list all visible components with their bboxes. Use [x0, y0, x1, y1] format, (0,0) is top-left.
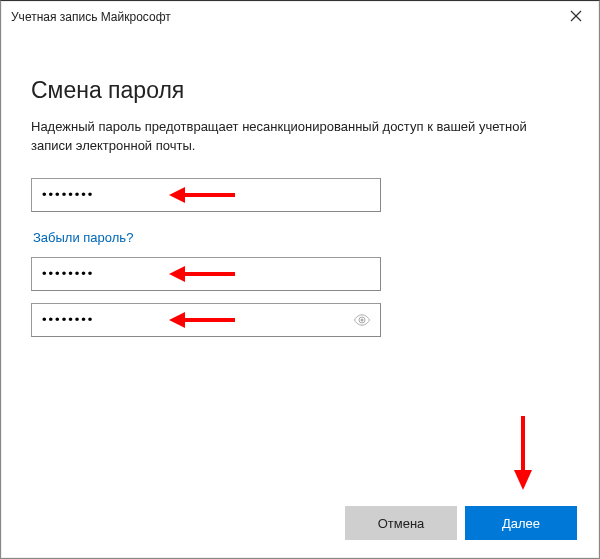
new-password-field [31, 257, 569, 291]
annotation-arrow-icon [511, 414, 535, 496]
window-title: Учетная запись Майкрософт [11, 10, 553, 24]
new-password-input[interactable] [31, 257, 381, 291]
close-icon [570, 9, 582, 25]
reveal-password-icon[interactable] [353, 311, 371, 329]
next-button[interactable]: Далее [465, 506, 577, 540]
svg-point-6 [361, 318, 364, 321]
page-heading: Смена пароля [31, 77, 569, 104]
old-password-field [31, 178, 569, 212]
titlebar: Учетная запись Майкрософт [1, 1, 599, 33]
svg-marker-10 [514, 470, 532, 490]
old-password-input[interactable] [31, 178, 381, 212]
confirm-password-input[interactable] [31, 303, 381, 337]
dialog-window: Учетная запись Майкрософт Смена пароля Н… [0, 0, 600, 559]
confirm-password-field [31, 303, 569, 337]
cancel-button[interactable]: Отмена [345, 506, 457, 540]
footer-buttons: Отмена Далее [345, 506, 577, 540]
forgot-password-link[interactable]: Забыли пароль? [33, 230, 133, 245]
content-area: Смена пароля Надежный пароль предотвраща… [1, 33, 599, 337]
page-description: Надежный пароль предотвращает несанкцион… [31, 118, 551, 156]
close-button[interactable] [553, 1, 599, 33]
